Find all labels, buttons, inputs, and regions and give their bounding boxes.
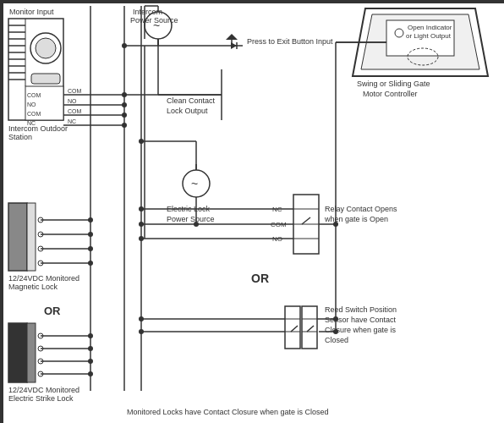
svg-point-81 — [139, 222, 144, 227]
svg-point-137 — [333, 329, 338, 334]
svg-text:NO: NO — [68, 98, 77, 104]
or-label-2: OR — [251, 272, 269, 285]
svg-point-13 — [36, 38, 56, 58]
svg-point-122 — [395, 29, 403, 37]
svg-text:when gate is Open: when gate is Open — [324, 215, 388, 223]
svg-point-82 — [139, 236, 144, 241]
svg-point-135 — [333, 222, 338, 227]
svg-point-80 — [139, 206, 144, 212]
svg-text:Power Source: Power Source — [130, 16, 178, 25]
svg-text:Open Indicator: Open Indicator — [408, 24, 452, 31]
intercom-power-label: Intercom — [133, 8, 162, 16]
svg-point-98 — [139, 316, 144, 321]
svg-rect-89 — [302, 306, 317, 349]
svg-text:Power Source: Power Source — [167, 215, 215, 223]
motor-controller-label: Swing or Sliding Gate — [357, 80, 430, 88]
svg-point-110 — [88, 261, 93, 266]
svg-point-116 — [88, 346, 93, 351]
svg-rect-14 — [31, 74, 60, 84]
svg-text:Closed: Closed — [325, 336, 348, 344]
svg-point-85 — [139, 139, 144, 144]
monitor-input-label: Monitor Input — [9, 8, 54, 16]
footer-label: Monitored Locks have Contact Closure whe… — [127, 408, 329, 416]
or-label-1: OR — [44, 305, 61, 317]
svg-rect-34 — [8, 203, 27, 271]
svg-text:COM: COM — [27, 111, 41, 117]
press-exit-label: Press to Exit Button Input — [247, 37, 333, 46]
magnetic-lock-label: 12/24VDC Monitored — [8, 274, 79, 283]
svg-point-115 — [88, 333, 93, 338]
svg-rect-88 — [285, 306, 300, 349]
svg-text:or Light Output: or Light Output — [406, 32, 452, 40]
svg-text:COM: COM — [68, 88, 82, 94]
svg-text:NO: NO — [27, 102, 36, 107]
svg-text:Electric Strike Lock: Electric Strike Lock — [8, 394, 74, 403]
svg-point-60 — [122, 102, 127, 107]
svg-point-61 — [122, 113, 127, 118]
svg-point-108 — [88, 232, 93, 237]
svg-text:~: ~ — [191, 177, 198, 190]
svg-rect-42 — [27, 323, 36, 382]
wiring-diagram: COM NO COM NC Monitor Input Intercom Out… — [0, 0, 504, 423]
svg-rect-35 — [27, 203, 36, 271]
svg-text:Lock Output: Lock Output — [167, 107, 208, 115]
intercom-outdoor-label: Intercom Outdoor — [8, 124, 68, 133]
svg-text:Magnetic Lock: Magnetic Lock — [8, 283, 58, 291]
svg-point-62 — [122, 123, 127, 128]
svg-rect-41 — [8, 323, 27, 382]
svg-point-109 — [88, 246, 93, 251]
svg-point-99 — [139, 329, 144, 334]
svg-text:COM: COM — [68, 108, 82, 114]
svg-point-118 — [88, 371, 93, 376]
svg-point-136 — [333, 316, 338, 321]
svg-point-68 — [122, 43, 127, 48]
svg-point-117 — [88, 359, 93, 364]
clean-contact-label: Clean Contact — [167, 96, 216, 105]
svg-point-107 — [88, 217, 93, 222]
svg-text:Motor Controller: Motor Controller — [363, 90, 418, 98]
electric-strike-label: 12/24VDC Monitored — [8, 386, 79, 394]
svg-text:NC: NC — [68, 118, 76, 124]
svg-text:COM: COM — [27, 92, 41, 98]
svg-point-87 — [194, 222, 199, 227]
intercom-outdoor-label2: Station — [8, 133, 32, 141]
